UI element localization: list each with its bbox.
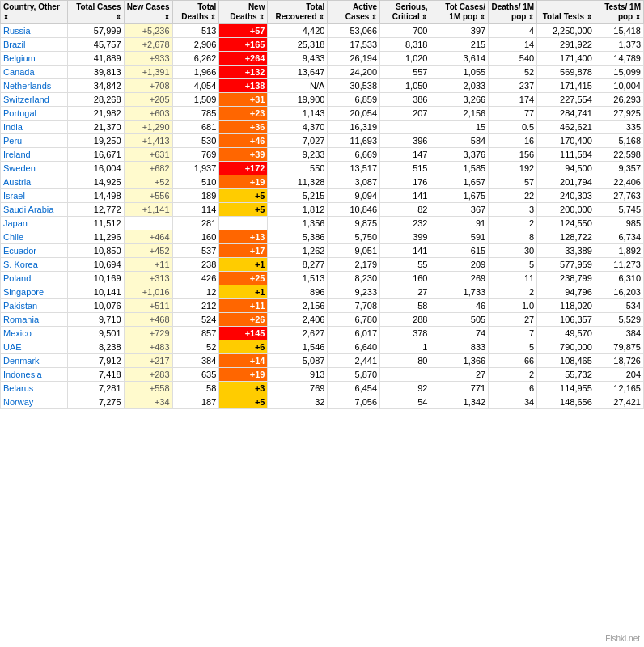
cell-4: +165 [219, 38, 268, 52]
country-name[interactable]: Austria [1, 175, 68, 189]
country-link[interactable]: Poland [3, 273, 31, 283]
column-header-11[interactable]: Tests/ 1M pop ⇕ [595, 1, 643, 24]
table-row: Switzerland28,268+2051,509+3119,9006,859… [1, 93, 644, 107]
country-name[interactable]: Switzerland [1, 93, 68, 107]
column-header-6[interactable]: Active Cases ⇕ [328, 1, 380, 24]
country-link[interactable]: Japan [3, 218, 28, 228]
cell-2: +708 [124, 79, 172, 93]
cell-2: +468 [124, 313, 172, 327]
country-name[interactable]: Ecuador [1, 244, 68, 258]
cell-6: 11,693 [328, 134, 380, 148]
column-header-1[interactable]: Total Cases ⇕ [68, 1, 124, 24]
table-row: Peru19,250+1,413530+467,02711,6933965841… [1, 134, 644, 148]
sort-icon: ⇕ [371, 14, 377, 21]
country-link[interactable]: Saudi Arabia [3, 205, 53, 214]
country-link[interactable]: Brazil [3, 40, 26, 49]
country-name[interactable]: Saudi Arabia [1, 203, 68, 217]
column-header-5[interactable]: Total Recovered ⇕ [268, 1, 328, 24]
country-link[interactable]: Belarus [3, 383, 33, 393]
cell-10: 569,878 [537, 66, 595, 79]
country-link[interactable]: Norway [3, 397, 33, 407]
cell-1: 7,275 [68, 395, 124, 409]
country-name[interactable]: Sweden [1, 162, 68, 175]
cell-3: 114 [172, 203, 219, 217]
country-name[interactable]: Indonesia [1, 368, 68, 382]
country-name[interactable]: Canada [1, 66, 68, 79]
country-link[interactable]: Pakistan [3, 301, 37, 311]
country-link[interactable]: Peru [3, 136, 22, 146]
country-name[interactable]: Netherlands [1, 79, 68, 93]
column-header-4[interactable]: New Deaths ⇕ [219, 1, 268, 24]
cell-7: 54 [380, 395, 430, 409]
cell-9: 0.5 [489, 121, 537, 134]
cell-6: 5,750 [328, 230, 380, 244]
country-name[interactable]: Portugal [1, 107, 68, 121]
country-link[interactable]: Singapore [3, 287, 44, 297]
column-header-2[interactable]: New Cases ⇕ [124, 1, 172, 24]
country-name[interactable]: S. Korea [1, 258, 68, 272]
country-name[interactable]: Mexico [1, 327, 68, 340]
column-header-3[interactable]: Total Deaths ⇕ [172, 1, 219, 24]
country-name[interactable]: Israel [1, 189, 68, 203]
cell-1: 57,999 [68, 24, 124, 38]
table-row: Singapore10,141+1,01612+18969,233271,733… [1, 285, 644, 299]
country-link[interactable]: Mexico [3, 328, 32, 338]
country-link[interactable]: India [3, 122, 23, 132]
country-link[interactable]: Netherlands [3, 81, 51, 91]
country-link[interactable]: S. Korea [3, 260, 38, 269]
country-link[interactable]: Israel [3, 191, 25, 201]
country-name[interactable]: Denmark [1, 354, 68, 368]
cell-5: 1,262 [268, 244, 328, 258]
column-header-9[interactable]: Deaths/ 1M pop ⇕ [489, 1, 537, 24]
cell-10: 790,000 [537, 340, 595, 354]
country-name[interactable]: Belarus [1, 382, 68, 395]
column-header-7[interactable]: Serious, Critical ⇕ [380, 1, 430, 24]
cell-4: +23 [219, 107, 268, 121]
cell-10: 284,741 [537, 107, 595, 121]
country-link[interactable]: Austria [3, 177, 31, 187]
country-name[interactable]: Norway [1, 395, 68, 409]
country-link[interactable]: Belgium [3, 53, 36, 63]
country-link[interactable]: UAE [3, 342, 22, 352]
column-header-10[interactable]: Total Tests ⇕ [537, 1, 595, 24]
country-link[interactable]: Canada [3, 67, 35, 77]
country-link[interactable]: Indonesia [3, 370, 42, 379]
country-name[interactable]: India [1, 121, 68, 134]
country-link[interactable]: Sweden [3, 163, 36, 173]
country-name[interactable]: Ireland [1, 148, 68, 162]
country-link[interactable]: Ireland [3, 150, 31, 159]
cell-1: 16,671 [68, 148, 124, 162]
cell-9: 174 [489, 93, 537, 107]
country-link[interactable]: Switzerland [3, 95, 49, 104]
cell-9: 34 [489, 395, 537, 409]
country-name[interactable]: UAE [1, 340, 68, 354]
country-name[interactable]: Russia [1, 24, 68, 38]
country-name[interactable]: Belgium [1, 52, 68, 66]
cell-6: 24,200 [328, 66, 380, 79]
country-name[interactable]: Brazil [1, 38, 68, 52]
cell-6: 30,538 [328, 79, 380, 93]
column-header-8[interactable]: Tot Cases/ 1M pop ⇕ [430, 1, 489, 24]
country-name[interactable]: Pakistan [1, 299, 68, 313]
country-name[interactable]: Peru [1, 134, 68, 148]
cell-7: 207 [380, 107, 430, 121]
cell-2: +603 [124, 107, 172, 121]
country-link[interactable]: Russia [3, 26, 31, 36]
country-name[interactable]: Japan [1, 217, 68, 230]
country-link[interactable]: Chile [3, 232, 23, 242]
cell-5: 1,513 [268, 272, 328, 285]
column-header-0[interactable]: Country, Other ⇕ [1, 1, 68, 24]
country-name[interactable]: Chile [1, 230, 68, 244]
country-name[interactable]: Romania [1, 313, 68, 327]
cell-8: 2,156 [430, 107, 489, 121]
country-name[interactable]: Poland [1, 272, 68, 285]
cell-11: 335 [595, 121, 643, 134]
cell-3: 635 [172, 368, 219, 382]
country-link[interactable]: Portugal [3, 108, 36, 118]
country-link[interactable]: Denmark [3, 356, 40, 366]
cell-7: 160 [380, 272, 430, 285]
country-link[interactable]: Ecuador [3, 246, 36, 256]
country-link[interactable]: Romania [3, 315, 39, 324]
country-name[interactable]: Singapore [1, 285, 68, 299]
cell-1: 9,501 [68, 327, 124, 340]
